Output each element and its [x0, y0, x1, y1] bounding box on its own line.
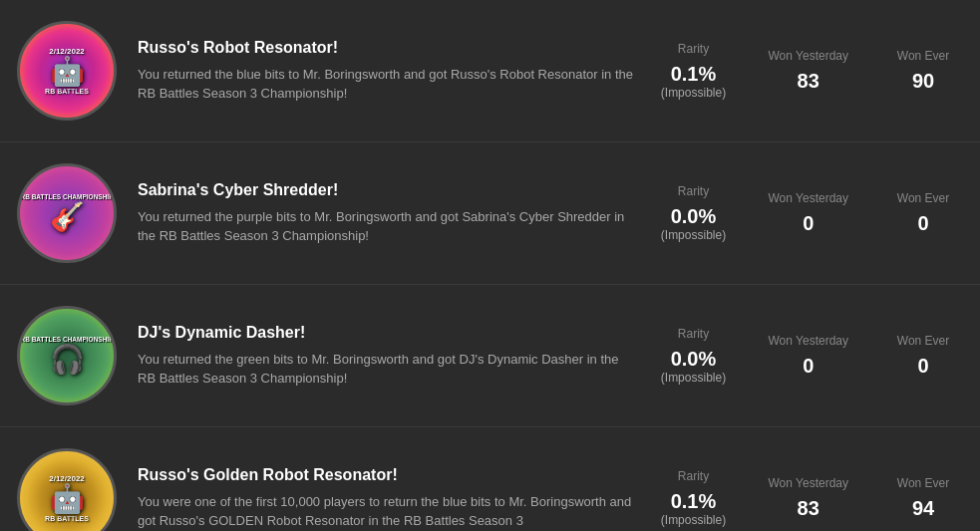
- won-yesterday-stat: Won Yesterday 83: [768, 476, 848, 520]
- rarity-sub: (Impossible): [661, 513, 726, 527]
- won-ever-value: 0: [917, 211, 928, 235]
- won-ever-label: Won Ever: [897, 476, 949, 492]
- achievement-badge: RB BATTLES CHAMPIONSHIP🎧: [17, 306, 117, 405]
- won-yesterday-label: Won Yesterday: [768, 49, 848, 65]
- won-ever-stat: Won Ever 94: [888, 476, 958, 520]
- won-yesterday-stat: Won Yesterday 0: [768, 334, 848, 378]
- won-ever-value: 94: [912, 496, 934, 520]
- rarity-label: Rarity: [678, 42, 709, 58]
- badge-container: 2/12/2022🤖RB BATTLES: [12, 16, 122, 126]
- achievement-content: Russo's Golden Robot Resonator!You were …: [138, 466, 658, 531]
- badge-icon: 🎧: [50, 346, 85, 374]
- achievement-description: You were one of the first 10,000 players…: [138, 492, 638, 531]
- achievement-stats: Rarity 0.1% (Impossible) Won Yesterday 8…: [658, 42, 968, 100]
- won-ever-stat: Won Ever 0: [888, 191, 958, 235]
- achievement-content: DJ's Dynamic Dasher!You returned the gre…: [138, 324, 658, 389]
- achievement-stats: Rarity 0.0% (Impossible) Won Yesterday 0…: [658, 184, 968, 242]
- won-ever-label: Won Ever: [897, 191, 949, 207]
- rarity-stat: Rarity 0.1% (Impossible): [658, 469, 728, 527]
- won-ever-label: Won Ever: [897, 334, 949, 350]
- achievement-list: 2/12/2022🤖RB BATTLESRusso's Robot Resona…: [0, 0, 980, 531]
- achievement-row[interactable]: RB BATTLES CHAMPIONSHIP🎧DJ's Dynamic Das…: [0, 285, 980, 427]
- achievement-description: You returned the green bits to Mr. Borin…: [138, 350, 638, 389]
- badge-inner: 2/12/2022🤖RB BATTLES: [20, 24, 114, 118]
- badge-container: RB BATTLES CHAMPIONSHIP🎧: [12, 301, 122, 410]
- achievement-description: You returned the purple bits to Mr. Bori…: [138, 207, 638, 246]
- rarity-label: Rarity: [678, 184, 709, 200]
- badge-inner: RB BATTLES CHAMPIONSHIP🎧: [20, 309, 114, 402]
- achievement-content: Russo's Robot Resonator!You returned the…: [138, 39, 658, 104]
- won-ever-label: Won Ever: [897, 49, 949, 65]
- badge-container: RB BATTLES CHAMPIONSHIP🎸: [12, 158, 122, 268]
- badge-icon: 🤖: [50, 58, 85, 86]
- won-yesterday-value: 83: [798, 496, 819, 520]
- rarity-value: 0.1%: [671, 489, 717, 513]
- won-yesterday-label: Won Yesterday: [768, 334, 848, 350]
- achievement-row[interactable]: 2/12/2022🤖RB BATTLESRusso's Golden Robot…: [0, 427, 980, 531]
- achievement-content: Sabrina's Cyber Shredder!You returned th…: [138, 181, 658, 246]
- won-yesterday-value: 0: [803, 354, 814, 378]
- achievement-title: Russo's Robot Resonator!: [138, 39, 638, 57]
- badge-logo: RB BATTLES CHAMPIONSHIP: [20, 193, 113, 200]
- badge-logo: RB BATTLES CHAMPIONSHIP: [20, 336, 113, 343]
- badge-date: 2/12/2022: [49, 47, 85, 57]
- won-yesterday-label: Won Yesterday: [768, 476, 848, 492]
- won-ever-value: 90: [912, 69, 934, 93]
- achievement-title: Russo's Golden Robot Resonator!: [138, 466, 638, 484]
- achievement-title: DJ's Dynamic Dasher!: [138, 324, 638, 342]
- rarity-label: Rarity: [678, 327, 709, 343]
- won-ever-stat: Won Ever 0: [888, 334, 958, 378]
- rarity-value: 0.1%: [671, 62, 717, 86]
- won-yesterday-value: 0: [803, 211, 814, 235]
- achievement-description: You returned the blue bits to Mr. Boring…: [138, 65, 638, 104]
- rarity-sub: (Impossible): [661, 86, 726, 100]
- rarity-label: Rarity: [678, 469, 709, 485]
- achievement-badge: 2/12/2022🤖RB BATTLES: [17, 21, 117, 121]
- rarity-sub: (Impossible): [661, 371, 726, 385]
- badge-inner: 2/12/2022🤖RB BATTLES: [20, 451, 114, 531]
- rarity-value: 0.0%: [671, 347, 717, 371]
- won-yesterday-stat: Won Yesterday 0: [768, 191, 848, 235]
- achievement-stats: Rarity 0.0% (Impossible) Won Yesterday 0…: [658, 327, 968, 385]
- achievement-badge: 2/12/2022🤖RB BATTLES: [17, 448, 117, 531]
- won-ever-stat: Won Ever 90: [888, 49, 958, 93]
- badge-container: 2/12/2022🤖RB BATTLES: [12, 443, 122, 531]
- won-ever-value: 0: [917, 354, 928, 378]
- won-yesterday-value: 83: [798, 69, 819, 93]
- rarity-value: 0.0%: [671, 204, 717, 228]
- won-yesterday-label: Won Yesterday: [768, 191, 848, 207]
- badge-inner: RB BATTLES CHAMPIONSHIP🎸: [20, 166, 114, 260]
- badge-date: 2/12/2022: [49, 474, 85, 484]
- badge-label: RB BATTLES: [45, 515, 89, 522]
- badge-icon: 🎸: [50, 203, 85, 231]
- rarity-stat: Rarity 0.0% (Impossible): [658, 184, 728, 242]
- achievement-stats: Rarity 0.1% (Impossible) Won Yesterday 8…: [658, 469, 968, 527]
- badge-label: RB BATTLES: [45, 88, 89, 95]
- achievement-badge: RB BATTLES CHAMPIONSHIP🎸: [17, 163, 117, 263]
- won-yesterday-stat: Won Yesterday 83: [768, 49, 848, 93]
- rarity-stat: Rarity 0.1% (Impossible): [658, 42, 728, 100]
- achievement-row[interactable]: RB BATTLES CHAMPIONSHIP🎸Sabrina's Cyber …: [0, 142, 980, 285]
- achievement-title: Sabrina's Cyber Shredder!: [138, 181, 638, 199]
- achievement-row[interactable]: 2/12/2022🤖RB BATTLESRusso's Robot Resona…: [0, 0, 980, 142]
- badge-icon: 🤖: [50, 485, 85, 513]
- rarity-sub: (Impossible): [661, 228, 726, 242]
- rarity-stat: Rarity 0.0% (Impossible): [658, 327, 728, 385]
